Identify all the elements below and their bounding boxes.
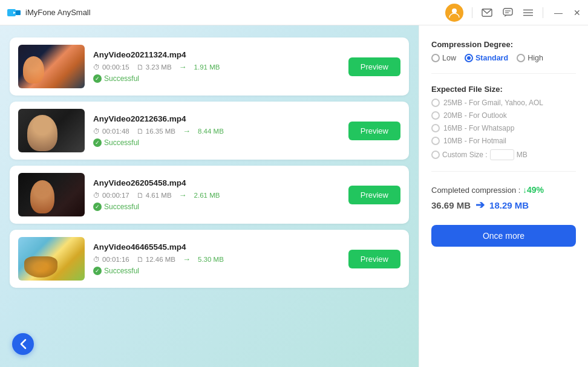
clock-icon-4: ⏱ (93, 256, 100, 263)
clock-icon-3: ⏱ (93, 192, 100, 199)
video-name-2: AnyVideo20212636.mp4 (93, 114, 340, 123)
video-name-1: AnyVideo20211324.mp4 (93, 50, 340, 59)
divider-1 (431, 73, 576, 74)
arrow-icon-4: → (183, 255, 191, 264)
size-radio-1 (431, 111, 440, 120)
radio-low-circle (431, 54, 440, 62)
video-info-4: AnyVideo46465545.mp4 ⏱ 00:01:16 🗋 12.46 … (93, 242, 340, 275)
close-button[interactable]: ✕ (573, 8, 581, 18)
radio-low[interactable]: Low (431, 54, 456, 62)
video-card-1: AnyVideo20211324.mp4 ⏱ 00:00:15 🗋 3.23 M… (10, 37, 409, 96)
duration-1: ⏱ 00:00:15 (93, 63, 129, 71)
custom-size-unit: MB (517, 151, 528, 159)
custom-size-input[interactable] (490, 149, 514, 160)
arrow-icon-3: → (179, 190, 187, 200)
video-card-4: AnyVideo46465545.mp4 ⏱ 00:01:16 🗋 12.46 … (10, 230, 409, 288)
status-1: ✓ Successful (93, 74, 340, 83)
size-comparison: 36.69 MB ➔ 18.29 MB (431, 198, 576, 212)
video-card-3: AnyVideo26205458.mp4 ⏱ 00:00:17 🗋 4.61 M… (10, 166, 409, 224)
compressed-size-4: 5.30 MB (198, 256, 224, 263)
original-size-2: 🗋 16.35 MB (137, 128, 175, 135)
file-icon-1: 🗋 (137, 63, 144, 71)
video-info-1: AnyVideo20211324.mp4 ⏱ 00:00:15 🗋 3.23 M… (93, 50, 340, 83)
radio-standard-circle (465, 54, 473, 62)
original-size-1: 🗋 3.23 MB (137, 63, 172, 71)
menu-icon[interactable] (522, 7, 534, 19)
size-option-3[interactable]: 10MB - For Hotmail (431, 137, 576, 145)
user-avatar-icon[interactable] (445, 4, 463, 22)
video-meta-2: ⏱ 00:01:48 🗋 16.35 MB → 8.44 MB (93, 126, 340, 135)
size-option-2[interactable]: 16MB - For Whatsapp (431, 124, 576, 132)
compression-degree-title: Compression Degree: (431, 40, 576, 49)
arrow-icon-2: → (183, 126, 191, 135)
left-panel: AnyVideo20211324.mp4 ⏱ 00:00:15 🗋 3.23 M… (0, 25, 419, 367)
titlebar-divider (472, 7, 472, 18)
video-name-3: AnyVideo26205458.mp4 (93, 178, 340, 187)
titlebar-right: — ✕ (445, 4, 581, 22)
size-option-1[interactable]: 20MB - For Outlook (431, 111, 576, 120)
completed-row: Completed compression : ↓49% (431, 185, 576, 195)
compressed-total: 18.29 MB (489, 200, 529, 210)
preview-button-3[interactable]: Preview (348, 186, 400, 204)
titlebar-left: iMyFone AnySmall (7, 8, 91, 18)
preview-button-4[interactable]: Preview (348, 250, 400, 268)
svg-rect-5 (503, 8, 512, 15)
app-title: iMyFone AnySmall (25, 8, 91, 17)
status-4: ✓ Successful (93, 267, 340, 275)
arrow-icon-1: → (179, 62, 187, 71)
radio-high-circle (517, 54, 525, 62)
check-icon-1: ✓ (93, 74, 102, 83)
video-meta-4: ⏱ 00:01:16 🗋 12.46 MB → 5.30 MB (93, 255, 340, 264)
video-card-2: AnyVideo20212636.mp4 ⏱ 00:01:48 🗋 16.35 … (10, 102, 409, 160)
video-list: AnyVideo20211324.mp4 ⏱ 00:00:15 🗋 3.23 M… (10, 37, 409, 288)
right-panel: Compression Degree: Low Standard High Ex… (419, 25, 588, 367)
mail-icon[interactable] (481, 7, 493, 19)
check-icon-3: ✓ (93, 203, 102, 211)
compression-degree-section: Compression Degree: Low Standard High (431, 40, 576, 62)
status-3: ✓ Successful (93, 203, 340, 211)
original-size-4: 🗋 12.46 MB (137, 256, 175, 263)
video-info-3: AnyVideo26205458.mp4 ⏱ 00:00:17 🗋 4.61 M… (93, 178, 340, 211)
preview-button-2[interactable]: Preview (348, 122, 400, 140)
duration-2: ⏱ 00:01:48 (93, 128, 129, 135)
check-icon-2: ✓ (93, 138, 102, 147)
compressed-size-1: 1.91 MB (194, 63, 220, 71)
size-radio-0 (431, 99, 440, 107)
chat-icon[interactable] (501, 7, 514, 19)
radio-high[interactable]: High (517, 54, 543, 62)
svg-rect-1 (16, 10, 21, 15)
size-radio-3 (431, 137, 440, 145)
size-radio-2 (431, 124, 440, 132)
video-thumbnail-2 (18, 109, 85, 152)
file-size-options: 25MB - For Gmail, Yahoo, AOL 20MB - For … (431, 99, 576, 160)
svg-point-3 (452, 8, 457, 13)
file-icon-3: 🗋 (137, 192, 144, 199)
video-thumbnail-3 (18, 173, 85, 216)
minimize-button[interactable]: — (552, 7, 565, 19)
radio-low-label: Low (442, 54, 456, 62)
status-2: ✓ Successful (93, 138, 340, 147)
original-size-3: 🗋 4.61 MB (137, 192, 172, 199)
original-total: 36.69 MB (431, 200, 471, 210)
compressed-size-3: 2.61 MB (194, 192, 220, 199)
titlebar-divider2 (543, 7, 543, 18)
video-info-2: AnyVideo20212636.mp4 ⏱ 00:01:48 🗋 16.35 … (93, 114, 340, 147)
once-more-button[interactable]: Once more (431, 225, 576, 247)
compressed-size-2: 8.44 MB (198, 128, 224, 135)
video-meta-3: ⏱ 00:00:17 🗋 4.61 MB → 2.61 MB (93, 190, 340, 200)
radio-standard[interactable]: Standard (465, 54, 508, 62)
clock-icon-1: ⏱ (93, 63, 100, 71)
divider-2 (431, 171, 576, 172)
file-icon-2: 🗋 (137, 128, 144, 135)
size-radio-custom (431, 151, 440, 159)
preview-button-1[interactable]: Preview (348, 57, 400, 76)
custom-size-row: Custom Size : MB (431, 149, 576, 160)
compression-degree-options: Low Standard High (431, 54, 576, 62)
expected-file-size-section: Expected File Size: 25MB - For Gmail, Ya… (431, 85, 576, 160)
back-button[interactable] (12, 333, 34, 355)
duration-3: ⏱ 00:00:17 (93, 192, 129, 199)
result-arrow-icon: ➔ (475, 198, 485, 212)
size-option-0[interactable]: 25MB - For Gmail, Yahoo, AOL (431, 99, 576, 107)
app-logo-icon (7, 8, 21, 18)
compression-percent: ↓49% (523, 185, 544, 195)
